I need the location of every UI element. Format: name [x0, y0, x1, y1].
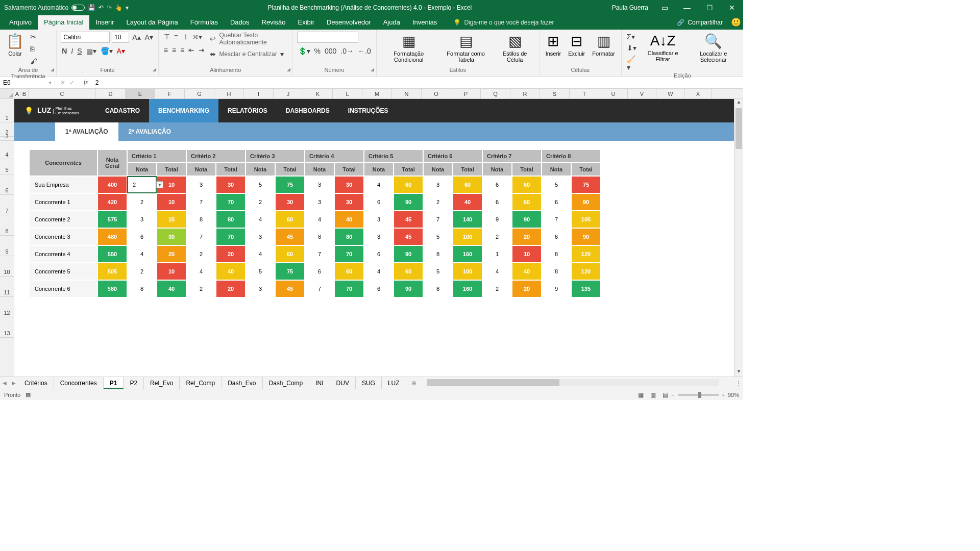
qat-more-icon[interactable]: ▾: [126, 4, 129, 11]
nota-cell[interactable]: 8: [305, 229, 334, 245]
subtab-aval1[interactable]: 1ª AVALIAÇÃO: [55, 122, 118, 141]
col-header[interactable]: S: [540, 89, 570, 98]
total-cell[interactable]: 140: [453, 211, 482, 228]
total-cell[interactable]: 45: [276, 281, 304, 297]
cancel-icon[interactable]: ✕: [60, 79, 65, 86]
sheet-tab[interactable]: Dash_Evo: [222, 377, 262, 389]
share-button[interactable]: 🔗Compartilhar: [671, 15, 729, 30]
font-size-input[interactable]: [112, 32, 129, 43]
nav-instrucoes[interactable]: INSTRUÇÕES: [339, 99, 398, 122]
col-header[interactable]: P: [451, 89, 481, 98]
ribbon-options-icon[interactable]: ▭: [653, 4, 676, 12]
nota-cell[interactable]: 2: [424, 194, 452, 210]
nota-cell[interactable]: 6: [542, 229, 571, 245]
col-header[interactable]: L: [333, 89, 362, 98]
feedback-icon[interactable]: 🙂: [729, 15, 743, 30]
wrap-text-icon[interactable]: ↩: [209, 34, 217, 44]
autosave-toggle[interactable]: [71, 5, 85, 11]
total-cell[interactable]: 40: [335, 211, 363, 228]
zoom-in-icon[interactable]: +: [722, 392, 725, 398]
nota-cell[interactable]: 2▼: [128, 177, 156, 193]
col-header[interactable]: O: [422, 89, 451, 98]
total-cell[interactable]: 60: [394, 263, 423, 280]
inc-decimal-icon[interactable]: .0→: [339, 46, 355, 56]
indent-dec-icon[interactable]: ⇤: [187, 45, 195, 55]
paste-button[interactable]: 📋Colar: [4, 32, 26, 58]
sheet-tab[interactable]: DUV: [330, 377, 356, 389]
nota-geral-cell[interactable]: 575: [98, 211, 127, 228]
nota-cell[interactable]: 7: [305, 246, 334, 262]
nota-cell[interactable]: 8: [424, 281, 452, 297]
user-name[interactable]: Paula Guerra: [607, 4, 653, 11]
nota-cell[interactable]: 4: [364, 263, 393, 280]
nota-cell[interactable]: 4: [483, 263, 511, 280]
nota-geral-cell[interactable]: 505: [98, 263, 127, 280]
zoom-slider[interactable]: [678, 394, 719, 396]
minimize-icon[interactable]: —: [676, 4, 698, 12]
total-cell[interactable]: 70: [335, 281, 363, 297]
launcher-icon[interactable]: ◢: [287, 67, 290, 72]
nota-cell[interactable]: 5: [424, 263, 452, 280]
nota-cell[interactable]: 3: [305, 194, 334, 210]
vertical-scrollbar[interactable]: ▲ ▼: [734, 99, 743, 377]
sheet-options-icon[interactable]: ⋮: [734, 377, 743, 389]
nota-cell[interactable]: 3: [246, 229, 275, 245]
total-cell[interactable]: 60: [512, 177, 541, 193]
cut-icon[interactable]: ✂: [29, 32, 38, 42]
sheet-nav-next-icon[interactable]: ►: [9, 377, 18, 389]
nota-cell[interactable]: 8: [187, 211, 215, 228]
subtab-aval2[interactable]: 2ª AVALIAÇÃO: [118, 122, 182, 141]
total-cell[interactable]: 120: [572, 246, 600, 262]
nota-cell[interactable]: 5: [246, 177, 275, 193]
wrap-text-label[interactable]: Quebrar Texto Automaticamente: [219, 32, 288, 46]
total-cell[interactable]: 40: [216, 263, 245, 280]
col-header[interactable]: F: [155, 89, 185, 98]
enter-icon[interactable]: ✓: [69, 79, 75, 86]
nota-cell[interactable]: 5: [424, 229, 452, 245]
nota-cell[interactable]: 8: [128, 281, 156, 297]
total-cell[interactable]: 80: [335, 229, 363, 245]
nota-cell[interactable]: 4: [128, 246, 156, 262]
formula-input[interactable]: 2: [92, 79, 743, 86]
nota-cell[interactable]: 7: [424, 211, 452, 228]
align-left-icon[interactable]: ≡: [163, 45, 169, 55]
nota-cell[interactable]: 6: [128, 229, 156, 245]
launcher-icon[interactable]: ◢: [371, 67, 374, 72]
total-cell[interactable]: 105: [572, 211, 600, 228]
nota-geral-cell[interactable]: 480: [98, 229, 127, 245]
insert-button[interactable]: ⊞Inserir: [544, 32, 564, 58]
competitor-name[interactable]: Concorrente 3: [30, 229, 97, 245]
col-header[interactable]: X: [685, 89, 712, 98]
competitor-name[interactable]: Concorrente 1: [30, 194, 97, 210]
touch-icon[interactable]: 👆: [115, 4, 122, 11]
total-cell[interactable]: 45: [394, 211, 423, 228]
zoom-value[interactable]: 90%: [728, 392, 739, 398]
nota-cell[interactable]: 2: [246, 194, 275, 210]
grow-font-icon[interactable]: A▴: [131, 32, 141, 42]
tab-revisao[interactable]: Revisão: [256, 15, 292, 30]
fx-icon[interactable]: fx: [80, 79, 92, 86]
competitor-name[interactable]: Concorrente 2: [30, 211, 97, 228]
total-cell[interactable]: 60: [276, 246, 304, 262]
chevron-down-icon[interactable]: ▾: [49, 80, 52, 85]
align-middle-icon[interactable]: ≡: [173, 32, 179, 42]
competitor-name[interactable]: Sua Empresa: [30, 177, 97, 193]
total-cell[interactable]: 60: [394, 177, 423, 193]
number-format-select[interactable]: [297, 32, 358, 43]
tab-desenvolvedor[interactable]: Desenvolvedor: [321, 15, 377, 30]
row-header[interactable]: 6: [0, 174, 14, 195]
name-box[interactable]: E6▾: [0, 79, 55, 86]
zoom-out-icon[interactable]: −: [671, 392, 674, 398]
col-header[interactable]: C: [29, 89, 96, 98]
nota-cell[interactable]: 2: [128, 194, 156, 210]
merge-icon[interactable]: ⬌: [209, 49, 217, 59]
total-cell[interactable]: 135: [572, 281, 600, 297]
row-header[interactable]: 1: [0, 99, 14, 122]
redo-icon[interactable]: ↷: [107, 4, 112, 11]
font-name-input[interactable]: [61, 32, 110, 43]
row-header[interactable]: 11: [0, 277, 14, 297]
col-header[interactable]: V: [628, 89, 656, 98]
nota-cell[interactable]: 2: [483, 281, 511, 297]
align-right-icon[interactable]: ≡: [179, 45, 185, 55]
nota-cell[interactable]: 8: [542, 246, 571, 262]
